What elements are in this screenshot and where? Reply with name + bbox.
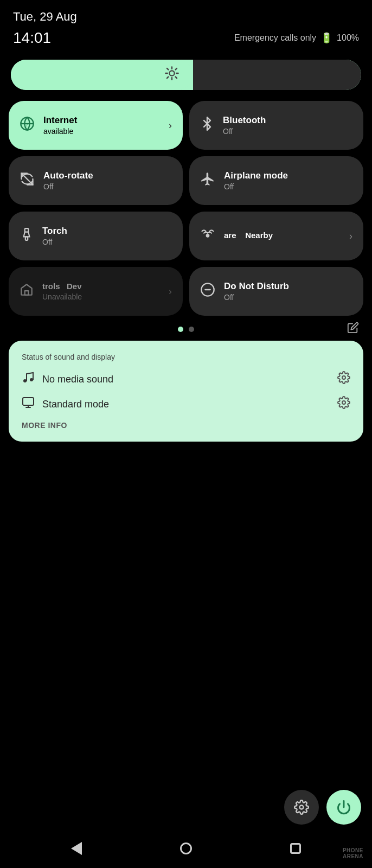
tile-controls-text: trols Dev Unavailable bbox=[42, 282, 160, 301]
status-bar: Tue, 29 Aug 14:01 Emergency calls only 🔋… bbox=[0, 0, 372, 51]
nav-bar bbox=[0, 829, 372, 868]
brightness-icon bbox=[164, 66, 179, 84]
back-button[interactable] bbox=[71, 842, 82, 855]
media-sound-row: No media sound bbox=[22, 371, 350, 387]
page-dot-2[interactable] bbox=[189, 327, 194, 332]
rotate-icon bbox=[20, 171, 35, 190]
sound-card-title: Status of sound and display bbox=[22, 353, 350, 361]
tile-autorotate-title: Auto-rotate bbox=[43, 170, 172, 181]
svg-point-14 bbox=[207, 234, 209, 237]
watermark: PHONEARENA bbox=[343, 847, 363, 859]
svg-point-20 bbox=[342, 376, 345, 379]
nearby-icon bbox=[200, 227, 215, 245]
svg-rect-13 bbox=[25, 237, 28, 240]
tile-nearby-text: are Nearby bbox=[224, 231, 341, 241]
svg-line-8 bbox=[167, 77, 168, 78]
globe-icon: ? bbox=[20, 116, 35, 135]
svg-point-19 bbox=[30, 378, 33, 381]
tile-torch-text: Torch Off bbox=[42, 226, 172, 246]
bottom-actions bbox=[284, 790, 361, 825]
tile-internet[interactable]: ? Internet available › bbox=[9, 101, 183, 150]
torch-icon bbox=[20, 227, 34, 245]
tile-dnd-text: Do Not Disturb Off bbox=[224, 281, 352, 302]
nearby-arrow-icon: › bbox=[349, 231, 352, 242]
tile-controls-subtitle: Unavailable bbox=[42, 292, 160, 301]
tile-controls-title: trols Dev bbox=[42, 282, 160, 291]
airplane-icon bbox=[200, 171, 215, 190]
svg-rect-15 bbox=[25, 291, 29, 295]
quick-tiles-grid: ? Internet available › Bluetooth Off bbox=[9, 101, 363, 316]
display-mode-label: Standard mode bbox=[42, 399, 337, 410]
music-note-icon bbox=[22, 371, 35, 387]
more-info-button[interactable]: MORE INFO bbox=[22, 421, 350, 430]
tile-torch-subtitle: Off bbox=[42, 238, 172, 246]
tile-airplane-subtitle: Off bbox=[224, 182, 352, 191]
svg-rect-12 bbox=[25, 228, 29, 232]
tile-internet-title: Internet bbox=[43, 115, 160, 126]
tile-internet-subtitle: available bbox=[43, 127, 160, 136]
internet-arrow-icon: › bbox=[169, 120, 172, 131]
emergency-text: Emergency calls only bbox=[234, 33, 316, 43]
settings-button[interactable] bbox=[284, 790, 319, 825]
status-date: Tue, 29 Aug bbox=[13, 10, 359, 24]
tile-nearby-title: are Nearby bbox=[224, 231, 341, 240]
media-sound-label: No media sound bbox=[42, 374, 337, 385]
tile-nearby[interactable]: are Nearby › bbox=[189, 212, 363, 260]
tile-autorotate-subtitle: Off bbox=[43, 182, 172, 191]
svg-point-25 bbox=[300, 806, 304, 809]
svg-text:?: ? bbox=[25, 122, 28, 127]
tile-controls[interactable]: trols Dev Unavailable › bbox=[9, 267, 183, 316]
status-time: 14:01 bbox=[13, 29, 51, 47]
tile-dnd-subtitle: Off bbox=[224, 293, 352, 302]
tile-bluetooth[interactable]: Bluetooth Off bbox=[189, 101, 363, 150]
display-mode-gear-icon[interactable] bbox=[337, 396, 350, 412]
tile-torch-title: Torch bbox=[42, 226, 172, 237]
back-icon bbox=[71, 842, 82, 855]
home-icon bbox=[20, 283, 34, 301]
edit-icon[interactable] bbox=[347, 322, 359, 337]
tile-autorotate[interactable]: Auto-rotate Off bbox=[9, 156, 183, 205]
svg-line-6 bbox=[176, 77, 177, 78]
recents-button[interactable] bbox=[290, 843, 301, 854]
tile-airplane-title: Airplane mode bbox=[224, 170, 352, 181]
svg-point-18 bbox=[23, 379, 27, 382]
status-right: Emergency calls only 🔋 100% bbox=[234, 32, 359, 44]
dnd-icon bbox=[200, 282, 215, 301]
bluetooth-icon bbox=[200, 117, 214, 135]
display-mode-row: Standard mode bbox=[22, 396, 350, 412]
battery-icon: 🔋 bbox=[320, 32, 332, 44]
tile-torch[interactable]: Torch Off bbox=[9, 212, 183, 260]
tile-dnd[interactable]: Do Not Disturb Off bbox=[189, 267, 363, 316]
page-dot-1[interactable] bbox=[178, 327, 183, 332]
media-sound-gear-icon[interactable] bbox=[337, 371, 350, 387]
svg-point-24 bbox=[342, 401, 345, 404]
sound-display-card: Status of sound and display No media sou… bbox=[9, 341, 363, 442]
home-icon bbox=[180, 843, 192, 854]
display-icon bbox=[22, 396, 35, 412]
recents-icon bbox=[290, 843, 301, 854]
home-button[interactable] bbox=[180, 843, 192, 854]
page-indicators bbox=[0, 327, 372, 332]
tile-airplane-text: Airplane mode Off bbox=[224, 170, 352, 191]
tile-dnd-title: Do Not Disturb bbox=[224, 281, 352, 292]
tile-bluetooth-subtitle: Off bbox=[223, 127, 352, 136]
svg-line-5 bbox=[167, 68, 168, 69]
brightness-unfill bbox=[193, 60, 361, 90]
battery-percent: 100% bbox=[337, 33, 359, 43]
tile-internet-text: Internet available bbox=[43, 115, 160, 136]
tile-autorotate-text: Auto-rotate Off bbox=[43, 170, 172, 191]
tile-airplane[interactable]: Airplane mode Off bbox=[189, 156, 363, 205]
svg-point-0 bbox=[169, 71, 174, 75]
tile-bluetooth-text: Bluetooth Off bbox=[223, 115, 352, 136]
brightness-slider[interactable] bbox=[11, 60, 361, 90]
tile-bluetooth-title: Bluetooth bbox=[223, 115, 352, 126]
svg-line-7 bbox=[176, 68, 177, 69]
power-button[interactable] bbox=[326, 790, 361, 825]
svg-rect-21 bbox=[23, 398, 34, 405]
controls-arrow-icon: › bbox=[169, 286, 172, 297]
